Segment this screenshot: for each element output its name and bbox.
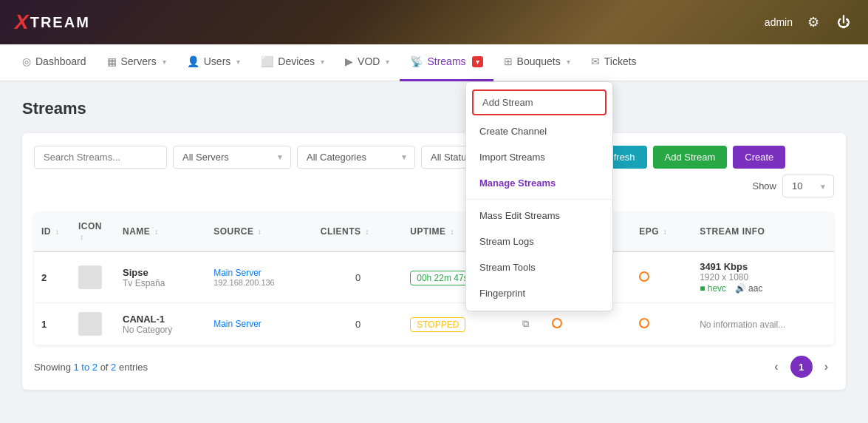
epg-indicator xyxy=(639,271,649,282)
cell-id: 1 xyxy=(34,303,71,345)
table-header-row: ID ↕ ICON ↕ NAME ↕ SOURCE ↕ CLIENTS ↕ UP… xyxy=(34,212,834,251)
vod-arrow: ▾ xyxy=(386,58,389,66)
show-select[interactable]: 10 xyxy=(782,175,834,197)
category-select[interactable]: All Categories xyxy=(297,146,415,169)
pagination: ‹ 1 › xyxy=(768,356,834,378)
server-status-indicator xyxy=(552,318,562,328)
dropdown-manage-streams-label: Manage Streams xyxy=(479,177,556,189)
addstream-button[interactable]: Add Stream xyxy=(653,146,728,169)
show-wrap: Show 10 xyxy=(752,175,834,197)
admin-label: admin xyxy=(765,16,793,28)
toolbar: All Servers All Categories All Statuses … xyxy=(34,145,834,197)
streams-table-container: ID ↕ ICON ↕ NAME ↕ SOURCE ↕ CLIENTS ↕ UP… xyxy=(34,212,834,345)
dropdown-stream-logs[interactable]: Stream Logs xyxy=(466,229,612,254)
cell-stream-info: No information avail... xyxy=(692,303,834,345)
total-entries: 2 xyxy=(111,362,116,373)
cell-source: Main Server xyxy=(206,303,313,345)
streams-table: ID ↕ ICON ↕ NAME ↕ SOURCE ↕ CLIENTS ↕ UP… xyxy=(34,212,834,345)
table-row: 1 CANAL-1 No Category Main Server 0 xyxy=(34,303,834,345)
users-arrow: ▾ xyxy=(236,58,240,66)
nav-label-tickets: Tickets xyxy=(604,55,637,67)
main-content: Streams All Servers All Categories All S… xyxy=(0,81,868,419)
cell-id: 2 xyxy=(34,251,71,303)
tickets-icon: ✉ xyxy=(591,55,600,67)
codec-hevc: ■ hevc xyxy=(700,283,726,294)
cell-source: Main Server 192.168.200.136 xyxy=(206,251,313,303)
stream-icon-placeholder xyxy=(78,312,102,336)
page-title: Streams xyxy=(22,99,846,118)
show-select-wrap: 10 xyxy=(782,175,834,197)
table-row: 2 Sipse Tv España Main Server 192.168.20… xyxy=(34,251,834,303)
col-id: ID ↕ xyxy=(34,212,71,251)
topbar: X TREAM admin ⚙ ⏻ xyxy=(0,0,868,44)
nav-item-users[interactable]: 👤 Users ▾ xyxy=(177,44,251,81)
dashboard-icon: ◎ xyxy=(22,55,31,67)
dropdown-stream-tools-label: Stream Tools xyxy=(479,262,536,273)
stream-category: No Category xyxy=(123,325,199,335)
source-ip: 192.168.200.136 xyxy=(213,278,306,287)
stream-name: Sipse xyxy=(123,267,199,278)
dropdown-add-stream-label: Add Stream xyxy=(482,97,533,108)
nav-label-bouquets: Bouquets xyxy=(517,55,561,67)
nav-label-servers: Servers xyxy=(121,55,157,67)
stream-resolution: 1920 x 1080 xyxy=(700,272,827,282)
prev-page-button[interactable]: ‹ xyxy=(768,357,784,376)
vod-icon: ▶ xyxy=(345,55,353,67)
current-page[interactable]: 1 xyxy=(790,356,813,378)
logo: X TREAM xyxy=(15,10,90,34)
next-page-button[interactable]: › xyxy=(819,357,834,376)
category-select-wrap: All Categories xyxy=(297,146,415,169)
showing-text: Showing 1 to 2 of 2 entries xyxy=(34,362,148,373)
col-stream-info: STREAM INFO xyxy=(692,212,834,251)
users-icon: 👤 xyxy=(187,55,199,67)
dropdown-create-channel-label: Create Channel xyxy=(479,126,547,137)
copy-icon[interactable]: ⧉ xyxy=(522,318,529,329)
col-clients: CLIENTS ↕ xyxy=(313,212,403,251)
streams-arrow[interactable]: ▾ xyxy=(472,56,483,67)
cell-icon xyxy=(71,303,115,345)
dropdown-import-streams-label: Import Streams xyxy=(479,152,545,163)
show-label: Show xyxy=(752,180,776,192)
servers-icon: ▦ xyxy=(107,55,117,67)
dropdown-divider-1 xyxy=(466,199,612,200)
dropdown-fingerprint[interactable]: Fingerprint xyxy=(466,280,612,306)
nav-item-bouquets[interactable]: ⊞ Bouquets ▾ xyxy=(493,44,581,81)
epg-indicator xyxy=(639,318,649,328)
col-name: NAME ↕ xyxy=(115,212,206,251)
streams-icon: 📡 xyxy=(410,55,423,67)
source-server: Main Server xyxy=(213,268,306,278)
nav-item-servers[interactable]: ▦ Servers ▾ xyxy=(97,44,177,81)
dropdown-stream-logs-label: Stream Logs xyxy=(479,236,534,247)
col-epg: EPG ↕ xyxy=(632,212,692,251)
col-source: SOURCE ↕ xyxy=(206,212,313,251)
cell-clients: 0 xyxy=(313,251,403,303)
nav-item-dashboard[interactable]: ◎ Dashboard xyxy=(12,44,97,81)
dropdown-manage-streams[interactable]: Manage Streams xyxy=(466,170,612,196)
nav-label-dashboard: Dashboard xyxy=(35,55,86,67)
nav-item-devices[interactable]: ⬜ Devices ▾ xyxy=(250,44,335,81)
search-input[interactable] xyxy=(34,146,167,169)
dropdown-fingerprint-label: Fingerprint xyxy=(479,288,525,299)
dropdown-import-streams[interactable]: Import Streams xyxy=(466,144,612,170)
stream-name: CANAL-1 xyxy=(123,314,199,325)
dropdown-stream-tools[interactable]: Stream Tools xyxy=(466,254,612,280)
create-button[interactable]: Create xyxy=(733,146,785,169)
bouquets-arrow: ▾ xyxy=(567,58,570,66)
nav-item-tickets[interactable]: ✉ Tickets xyxy=(581,44,647,81)
settings-button[interactable]: ⚙ xyxy=(804,11,822,33)
nav-item-vod[interactable]: ▶ VOD ▾ xyxy=(335,44,400,81)
cell-clients: 0 xyxy=(313,303,403,345)
logo-x-letter: X xyxy=(15,10,29,34)
dropdown-add-stream[interactable]: Add Stream xyxy=(472,89,606,115)
bouquets-icon: ⊞ xyxy=(504,55,513,67)
nav-item-streams[interactable]: 📡 Streams ▾ xyxy=(400,44,493,81)
power-button[interactable]: ⏻ xyxy=(834,12,853,33)
stopped-badge: STOPPED xyxy=(410,317,465,332)
servers-arrow: ▾ xyxy=(163,58,166,66)
cell-epg xyxy=(632,251,692,303)
streams-dropdown-menu: Add Stream Create Channel Import Streams… xyxy=(465,81,613,311)
server-select[interactable]: All Servers xyxy=(173,146,291,169)
dropdown-create-channel[interactable]: Create Channel xyxy=(466,118,612,144)
cell-name: CANAL-1 No Category xyxy=(115,303,206,345)
dropdown-mass-edit[interactable]: Mass Edit Streams xyxy=(466,203,612,229)
